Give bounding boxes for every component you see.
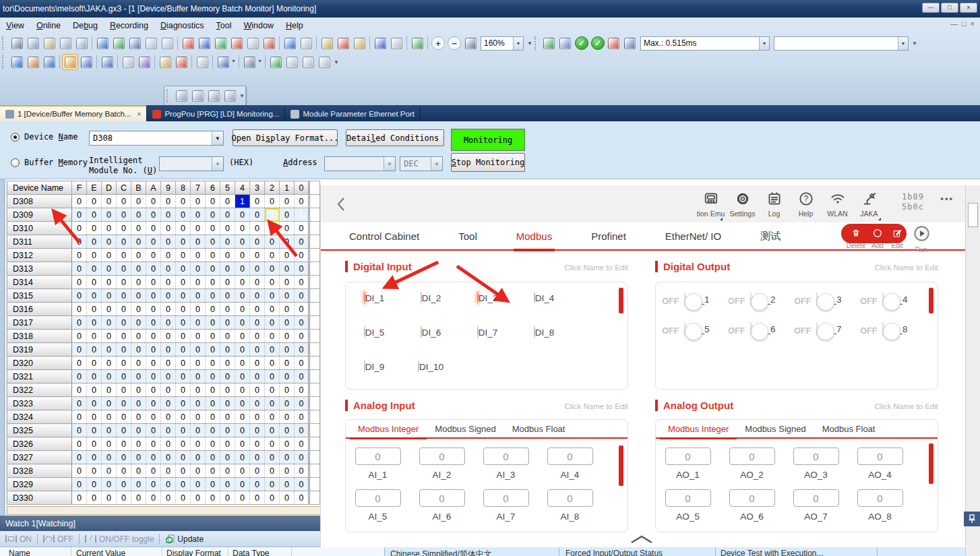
bit-cell[interactable]: 0	[295, 222, 309, 235]
bit-cell[interactable]: 0	[87, 410, 102, 424]
bit-cell[interactable]: 0	[102, 289, 117, 303]
bit-cell[interactable]: 0	[102, 491, 117, 505]
find-disabled-icon[interactable]	[245, 35, 261, 51]
toolbar-overflow[interactable]: ▼	[239, 93, 245, 99]
bit-cell[interactable]: 0	[117, 451, 131, 464]
bit-cell[interactable]: 0	[295, 451, 309, 464]
bit-cell[interactable]: 0	[235, 451, 250, 464]
bit-cell[interactable]: 0	[161, 289, 176, 303]
bit-cell[interactable]: 0	[235, 262, 250, 276]
bit-cell[interactable]: 0	[220, 451, 235, 464]
bit-cell[interactable]: 0	[250, 289, 265, 303]
bit-cell[interactable]: 0	[131, 343, 146, 357]
bit-cell[interactable]: 0	[220, 424, 235, 437]
home-alarm-icon[interactable]	[622, 35, 638, 51]
bit-cell[interactable]: 0	[265, 370, 280, 383]
bit-column-header[interactable]: B	[131, 181, 146, 195]
analog-value-box[interactable]: 0	[665, 489, 711, 507]
bit-cell[interactable]: 0	[117, 370, 131, 383]
bit-cell[interactable]: 0	[146, 262, 161, 276]
analog-value-box[interactable]: 0	[419, 447, 465, 465]
device-row-header[interactable]: D309	[7, 208, 72, 222]
dec-combo[interactable]: DEC▼	[400, 156, 443, 171]
bit-cell[interactable]: 0	[117, 397, 131, 410]
toggle-knob[interactable]	[883, 323, 900, 340]
bit-cell[interactable]: 0	[280, 357, 295, 370]
analog-tab-modbus-signed[interactable]: Modbus Signed	[427, 419, 503, 438]
detailed-conditions-button[interactable]: Detailed Conditions	[346, 129, 444, 146]
bit-cell[interactable]: 0	[206, 410, 220, 424]
bit-cell[interactable]: 0	[117, 276, 131, 289]
bit-cell[interactable]: 0	[176, 249, 191, 262]
bit-cell[interactable]: 0	[280, 343, 295, 357]
bit-cell[interactable]: 0	[146, 437, 161, 451]
channel-name[interactable]: AI_4	[561, 470, 580, 480]
jaka-tab-ethernet-io[interactable]: EtherNet/ IO	[665, 222, 721, 250]
bit-cell[interactable]: 0	[280, 195, 295, 208]
auto-hide-pin[interactable]	[964, 512, 980, 526]
param-disabled-icon[interactable]	[120, 54, 136, 70]
menu-online[interactable]: Online	[30, 19, 67, 32]
bit-cell[interactable]: 0	[146, 397, 161, 410]
bit-cell[interactable]: 0	[265, 491, 280, 505]
device-row-header[interactable]: D325	[7, 424, 72, 437]
bit-cell[interactable]: 0	[191, 303, 206, 316]
bit-cell[interactable]: 0	[220, 195, 235, 208]
bit-cell[interactable]: 0	[161, 424, 176, 437]
channel-name[interactable]: DI_4	[535, 293, 555, 303]
channel-name[interactable]: AI_6	[433, 512, 452, 522]
bit-cell[interactable]: 0	[191, 208, 206, 222]
dev-display-icon[interactable]	[9, 54, 25, 70]
device-row-header[interactable]: D319	[7, 343, 72, 357]
bit-cell[interactable]: 0	[72, 437, 87, 451]
bit-cell[interactable]: 0	[176, 262, 191, 276]
bit-cell[interactable]: 0	[191, 289, 206, 303]
update-button[interactable]: Update	[160, 534, 209, 544]
bit-cell[interactable]: 0	[72, 383, 87, 397]
intelligent-monitor-icon[interactable]	[99, 54, 115, 70]
bit-cell[interactable]: 0	[206, 357, 220, 370]
bit-cell[interactable]: 0	[295, 289, 309, 303]
bit-cell[interactable]: 0	[265, 330, 280, 343]
bit-cell[interactable]: 0	[102, 464, 117, 478]
pane-adjust-icon[interactable]	[462, 35, 479, 51]
bit-cell[interactable]: 0	[176, 303, 191, 316]
mdi-control[interactable]: —	[950, 20, 958, 28]
combo-arrow-icon[interactable]: ▼	[759, 37, 769, 50]
watch-column-header[interactable]: Current Value	[76, 549, 125, 556]
bit-cell[interactable]: 0	[176, 491, 191, 505]
bit-cell[interactable]: 0	[131, 478, 146, 491]
bit-cell[interactable]: 0	[206, 276, 220, 289]
bit-cell[interactable]: 0	[72, 451, 87, 464]
bit-cell[interactable]: 0	[220, 397, 235, 410]
bit-cell[interactable]: 0	[280, 491, 295, 505]
toolbar-grip[interactable]	[2, 55, 7, 69]
bit-cell[interactable]: 0	[235, 491, 250, 505]
station-emu-icon[interactable]: tion Emu	[695, 190, 727, 219]
channel-name[interactable]: DI_10	[419, 362, 443, 372]
bit-cell[interactable]: 0	[117, 316, 131, 330]
bit-cell[interactable]: 0	[295, 303, 309, 316]
bit-cell[interactable]: 0	[206, 289, 220, 303]
replace-device-icon[interactable]	[261, 35, 277, 51]
hand-disabled-icon[interactable]	[194, 54, 210, 70]
bit-cell[interactable]: 0	[265, 343, 280, 357]
bit-cell[interactable]: 0	[235, 424, 250, 437]
bit-cell[interactable]: 0	[191, 249, 206, 262]
exec-step-off-icon[interactable]	[388, 35, 404, 51]
add-button[interactable]: Add	[867, 224, 888, 251]
bit-cell[interactable]: 0	[206, 303, 220, 316]
bit-cell[interactable]: 0	[161, 222, 176, 235]
bit-cell[interactable]: 0	[265, 410, 280, 424]
modify-value-icon[interactable]	[157, 54, 173, 70]
toggle-knob[interactable]	[817, 293, 834, 311]
history-disabled-icon[interactable]	[316, 54, 332, 70]
bit-cell[interactable]: 0	[295, 195, 309, 208]
check-ok-2-icon[interactable]: ✓	[591, 36, 605, 50]
bit-cell[interactable]: 0	[146, 424, 161, 437]
jaka-tab-tool[interactable]: Tool	[458, 222, 477, 250]
bit-cell[interactable]: 0	[146, 491, 161, 505]
bit-cell[interactable]: 0	[87, 491, 102, 505]
channel-name[interactable]: DI_3	[479, 293, 498, 303]
bit-cell[interactable]: 0	[235, 249, 250, 262]
